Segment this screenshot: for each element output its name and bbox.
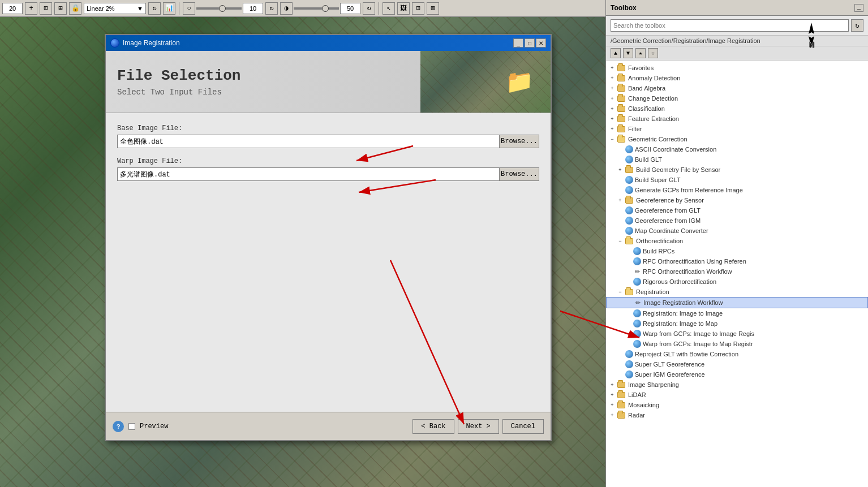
tree-item-label: Warp from GCPs: Image to Image Regis [643, 330, 754, 337]
toolbox-search-bar: ↻ [606, 16, 868, 36]
warp-image-group: Warp Image File: Browse... [117, 157, 539, 181]
settings-btn[interactable]: ⊠ [427, 2, 439, 15]
tree-item[interactable]: RPC Orthorectification Using Referen [606, 256, 868, 266]
base-image-input-row: Browse... [117, 135, 539, 148]
dialog-maximize-btn[interactable]: □ [525, 38, 535, 48]
refresh3-btn[interactable]: ↻ [363, 2, 375, 15]
warp-browse-btn[interactable]: Browse... [500, 167, 539, 181]
preview-checkbox[interactable] [128, 423, 135, 430]
histogram-btn[interactable]: 📊 [163, 2, 175, 15]
nav-star-btn[interactable]: ★ [635, 48, 646, 58]
tree-item[interactable]: +Image Sharpening [606, 380, 868, 390]
tree-item[interactable]: +LiDAR [606, 390, 868, 400]
tree-item[interactable]: Generate GCPs from Reference Image [606, 185, 868, 195]
refresh-btn[interactable]: ↻ [148, 2, 161, 15]
tree-item[interactable]: Warp from GCPs: Image to Map Registr [606, 339, 868, 349]
tree-item[interactable]: Warp from GCPs: Image to Image Regis [606, 329, 868, 339]
tree-item[interactable]: Build GLT [606, 154, 868, 165]
zoom-in-btn[interactable]: + [25, 2, 37, 15]
zoom-lock-btn[interactable]: 🔒 [69, 2, 81, 15]
tree-item[interactable]: +Mosaicking [606, 400, 868, 410]
tree-item-label: Change Detection [628, 95, 678, 102]
zoom-extent-btn[interactable]: ⊞ [54, 2, 67, 15]
tree-item[interactable]: +Change Detection [606, 93, 868, 104]
toolbox-tree[interactable]: +Favorites+Anomaly Detection+Band Algebr… [606, 61, 868, 487]
tree-item[interactable]: ASCII Coordinate Conversion [606, 144, 868, 154]
tree-item[interactable]: Super GLT Georeference [606, 359, 868, 369]
base-browse-btn[interactable]: Browse... [500, 135, 539, 148]
dialog-title-text: Image Registration [123, 39, 180, 47]
tree-item-label: Georeference by Sensor [636, 197, 704, 204]
nav-star2-btn[interactable]: ☆ [648, 48, 658, 58]
layers-btn[interactable]: ⊡ [412, 2, 424, 15]
tree-item-label: Geometric Correction [628, 136, 687, 143]
next-btn[interactable]: Next > [458, 419, 499, 434]
warp-image-label: Warp Image File: [117, 157, 539, 165]
tree-item[interactable]: +Favorites [606, 63, 868, 73]
warp-image-input[interactable] [117, 167, 500, 181]
help-btn[interactable]: ? [113, 421, 124, 432]
tree-item[interactable]: Rigorous Orthorectification [606, 277, 868, 287]
tree-item-label: Feature Extraction [628, 115, 679, 122]
tree-item[interactable]: ✏RPC Orthorectification Workflow [606, 266, 868, 277]
tree-item[interactable]: +Build Geometry File by Sensor [606, 165, 868, 175]
tree-item[interactable]: +Band Algebra [606, 83, 868, 93]
toolbox-titlebar: Toolbox _ [606, 0, 868, 16]
nav-down-btn[interactable]: ▼ [623, 48, 633, 58]
stretch-dropdown[interactable]: Linear 2% ▼ [84, 3, 146, 14]
zoom-value: 20 [2, 3, 23, 14]
toolbox-minimize-btn[interactable]: _ [854, 4, 863, 12]
tree-item-label: Radar [628, 412, 645, 419]
toolbox-refresh-btn[interactable]: ↻ [851, 19, 863, 32]
tree-item[interactable]: ✏Image Registration Workflow [606, 297, 868, 308]
tree-item-label: Classification [628, 105, 665, 112]
refresh2-btn[interactable]: ↻ [265, 2, 278, 15]
dialog-controls: _ □ ✕ [513, 38, 546, 48]
dialog-header-image: 📁 [420, 51, 551, 113]
tree-item[interactable]: Georeference from GLT [606, 205, 868, 216]
tree-item[interactable]: +Classification [606, 104, 868, 114]
tree-item[interactable]: −Orthorectification [606, 236, 868, 246]
preview-label: Preview [140, 423, 168, 430]
cancel-btn[interactable]: Cancel [502, 419, 544, 434]
tree-item[interactable]: +Feature Extraction [606, 114, 868, 124]
image-btn[interactable]: 🖼 [397, 2, 410, 15]
tree-item-label: Image Registration Workflow [643, 299, 723, 306]
tree-item-label: RPC Orthorectification Workflow [643, 268, 732, 275]
base-image-input[interactable] [117, 135, 500, 148]
tree-item[interactable]: −Registration [606, 287, 868, 297]
tree-item[interactable]: Registration: Image to Image [606, 308, 868, 318]
tree-item[interactable]: +Anomaly Detection [606, 73, 868, 83]
dialog-close-btn[interactable]: ✕ [536, 38, 546, 48]
tree-item[interactable]: +Radar [606, 410, 868, 420]
tree-item[interactable]: +Georeference by Sensor [606, 195, 868, 205]
tree-item[interactable]: Build RPCs [606, 246, 868, 256]
layer-minus-btn[interactable]: ○ [183, 2, 195, 15]
tree-item-label: ASCII Coordinate Conversion [635, 146, 716, 153]
tree-item-label: Image Sharpening [628, 381, 679, 388]
opacity-circle-btn[interactable]: ◑ [280, 2, 293, 15]
tree-item[interactable]: Registration: Image to Map [606, 318, 868, 329]
back-btn[interactable]: < Back [412, 419, 454, 434]
tree-item[interactable]: +Filter [606, 124, 868, 134]
opacity-slider[interactable] [294, 7, 339, 10]
cursor-btn[interactable]: ↖ [383, 2, 395, 15]
tree-item[interactable]: Map Coordinate Converter [606, 226, 868, 236]
tree-item-label: Super IGM Georeference [635, 371, 705, 378]
tree-item[interactable]: Georeference from IGM [606, 216, 868, 226]
tree-item[interactable]: Super IGM Georeference [606, 369, 868, 380]
nav-up-btn[interactable]: ▲ [611, 48, 621, 58]
tree-item-label: Registration: Image to Map [643, 320, 717, 327]
tree-item[interactable]: Reproject GLT with Bowtie Correction [606, 349, 868, 359]
tree-item-label: Generate GCPs from Reference Image [635, 187, 743, 193]
tree-item[interactable]: −Geometric Correction [606, 134, 868, 144]
zoom-fit-btn[interactable]: ⊡ [40, 2, 52, 15]
base-image-label: Base Image File: [117, 124, 539, 132]
tree-item[interactable]: Build Super GLT [606, 175, 868, 185]
main-toolbar: 20 + ⊡ ⊞ 🔒 Linear 2% ▼ ↻ 📊 ○ 10 ↻ ◑ 50 ↻… [0, 0, 605, 17]
footer-left: ? Preview [113, 421, 168, 432]
tree-item-label: Registration [636, 288, 669, 295]
dialog-minimize-btn[interactable]: _ [513, 38, 523, 48]
layer-slider-container: ○ 10 [183, 2, 263, 15]
layer-slider[interactable] [196, 7, 242, 10]
